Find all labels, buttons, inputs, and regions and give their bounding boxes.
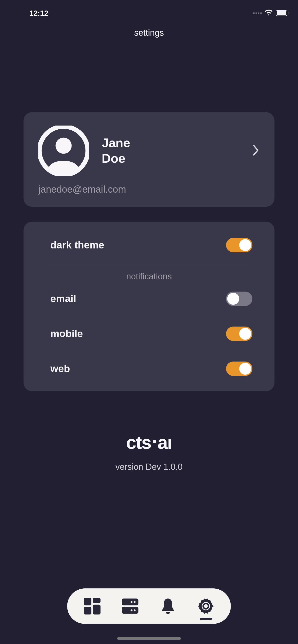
page-title: settings <box>0 28 298 38</box>
dark-theme-row: dark theme <box>38 238 260 252</box>
profile-card[interactable]: Jane Doe janedoe@email.com <box>24 112 274 207</box>
chevron-right-icon <box>252 144 260 157</box>
nav-dashboard[interactable] <box>83 597 101 615</box>
svg-rect-4 <box>84 607 91 614</box>
brand-name-a: cts <box>126 432 151 452</box>
status-time: 12:12 <box>29 9 48 18</box>
mobile-notif-label: mobile <box>50 328 83 340</box>
mobile-notif-row: mobile <box>38 326 260 341</box>
brand-name-b: aı <box>158 432 172 452</box>
svg-point-10 <box>134 609 135 611</box>
profile-name: Jane Doe <box>102 135 130 166</box>
email-notif-toggle[interactable] <box>226 292 252 306</box>
status-bar: 12:12 <box>0 0 298 21</box>
avatar-icon <box>38 126 89 176</box>
svg-point-8 <box>134 601 135 603</box>
svg-point-9 <box>130 601 132 603</box>
status-icons <box>253 10 288 17</box>
email-notif-label: email <box>50 293 76 304</box>
svg-rect-3 <box>93 598 100 603</box>
brand-block: cts·aı version Dev 1.0.0 <box>24 432 274 472</box>
divider <box>46 265 252 265</box>
profile-email: janedoe@email.com <box>38 184 260 195</box>
svg-point-11 <box>130 609 132 611</box>
notifications-title: notifications <box>38 272 260 282</box>
mobile-notif-toggle[interactable] <box>226 326 252 341</box>
svg-rect-7 <box>122 607 138 614</box>
dark-theme-toggle[interactable] <box>226 238 252 252</box>
svg-rect-2 <box>84 598 91 606</box>
brand-logo: cts·aı <box>24 432 274 453</box>
email-notif-row: email <box>38 292 260 306</box>
svg-rect-5 <box>93 605 100 614</box>
svg-rect-6 <box>122 598 138 606</box>
profile-first-name: Jane <box>102 135 130 151</box>
web-notif-toggle[interactable] <box>226 362 252 376</box>
home-indicator[interactable] <box>117 637 181 640</box>
signal-dots-icon <box>253 12 262 14</box>
version-text: version Dev 1.0.0 <box>24 462 274 472</box>
nav-servers[interactable] <box>121 597 139 615</box>
nav-notifications[interactable] <box>159 597 177 615</box>
battery-icon <box>276 10 288 16</box>
settings-card: dark theme notifications email mobile we… <box>24 222 274 391</box>
svg-point-1 <box>55 138 72 154</box>
web-notif-label: web <box>50 363 70 374</box>
nav-settings[interactable] <box>197 597 215 615</box>
wifi-icon <box>265 10 273 17</box>
profile-last-name: Doe <box>102 151 130 166</box>
bottom-nav <box>67 588 231 624</box>
dark-theme-label: dark theme <box>50 239 104 251</box>
web-notif-row: web <box>38 362 260 376</box>
